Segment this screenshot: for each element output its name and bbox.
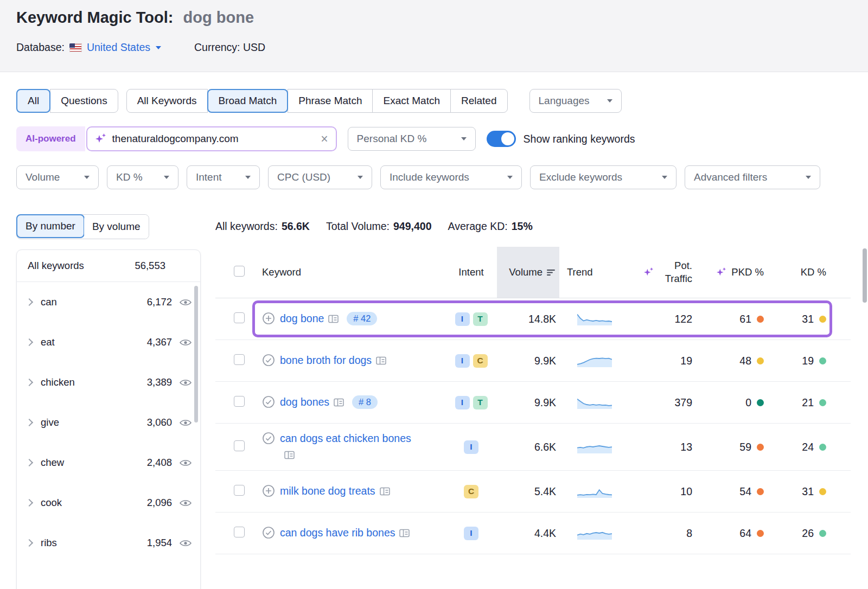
keyword-group-ribs[interactable]: ribs1,954 [17,523,200,563]
select-all-checkbox[interactable] [234,266,245,277]
pot-traffic-value: 122 [630,313,709,325]
tab-phrase-match[interactable]: Phrase Match [288,89,373,113]
pot-traffic-value: 379 [630,396,709,409]
keyword-group-can[interactable]: can6,172 [17,282,200,322]
keyword-link[interactable]: can dogs have rib bones [280,527,395,539]
eye-icon[interactable] [180,499,193,507]
keyword-link[interactable]: dog bones [280,396,329,408]
chevron-right-icon[interactable] [25,459,33,466]
row-checkbox[interactable] [234,527,245,537]
trend-sparkline [559,312,630,325]
keyword-group-chew[interactable]: chew2,408 [17,443,200,483]
eye-icon[interactable] [180,379,193,387]
chevron-down-icon [84,176,90,179]
serp-rank-badge[interactable]: # 8 [352,395,378,409]
col-pot-traffic[interactable]: Pot. Traffic [630,259,709,285]
filter-include-keywords[interactable]: Include keywords [380,165,522,189]
row-checkbox[interactable] [234,312,245,323]
keyword-link[interactable]: dog bone [280,312,324,324]
seg-by-number[interactable]: By number [16,214,85,238]
serp-features-icon[interactable] [328,311,339,328]
add-to-list-icon[interactable] [262,484,275,497]
clear-input-icon[interactable]: × [321,133,328,145]
eye-icon[interactable] [180,539,193,547]
check-circle-icon[interactable] [262,395,275,408]
tab-questions[interactable]: Questions [50,89,118,113]
add-to-list-icon[interactable] [262,312,275,325]
pkd-dot [757,530,764,537]
filter-volume[interactable]: Volume [16,165,99,189]
keyword-group-eat[interactable]: eat4,367 [17,322,200,362]
database-selector[interactable]: United States [87,41,161,54]
check-circle-icon[interactable] [262,354,275,367]
chevron-right-icon[interactable] [25,419,33,426]
serp-features-icon[interactable] [284,447,295,464]
eye-icon[interactable] [180,298,193,306]
page-scrollbar[interactable] [863,248,867,303]
col-pkd[interactable]: PKD % [709,266,775,278]
personal-kd-dropdown[interactable]: Personal KD % [348,127,476,151]
col-keyword[interactable]: Keyword [250,266,445,278]
keyword-group-cook[interactable]: cook2,096 [17,483,200,523]
serp-rank-badge[interactable]: # 42 [347,312,377,325]
tab-related[interactable]: Related [450,89,508,113]
chevron-right-icon[interactable] [25,338,33,346]
keywords-table: Keyword Intent Volume Trend Pot. Traffic [215,247,851,554]
search-input-value: thenaturaldogcompany.com [112,133,321,145]
check-circle-icon[interactable] [262,432,275,445]
keyword-link[interactable]: can dogs eat chicken bones [280,432,411,444]
intent-badge-t: T [473,396,488,409]
keyword-groups-sidebar: By numberBy volume All keywords 56,553 c… [16,214,201,239]
serp-features-icon[interactable] [380,484,391,500]
row-checkbox[interactable] [234,354,245,365]
check-circle-icon[interactable] [262,526,275,539]
keyword-group-chicken[interactable]: chicken3,389 [17,362,200,402]
keyword-group-give[interactable]: give3,060 [17,402,200,443]
keyword-link[interactable]: milk bone dog treats [280,485,375,497]
search-row: AI-powered thenaturaldogcompany.com × Pe… [16,126,635,151]
filter-advanced-filters[interactable]: Advanced filters [685,165,820,189]
sidebar-scrollbar[interactable] [194,286,198,422]
seg-by-volume[interactable]: By volume [84,215,149,239]
tab-exact-match[interactable]: Exact Match [372,89,451,113]
chevron-right-icon[interactable] [25,499,33,507]
chevron-right-icon[interactable] [25,379,33,386]
chevron-right-icon[interactable] [25,539,33,547]
group-count: 1,954 [147,537,172,549]
keyword-link[interactable]: bone broth for dogs [280,354,372,366]
col-trend[interactable]: Trend [559,266,630,278]
domain-search-input[interactable]: thenaturaldogcompany.com × [86,126,337,151]
tab-all[interactable]: All [16,89,50,113]
group-count: 6,172 [147,296,172,308]
eye-icon[interactable] [180,338,193,347]
group-count: 2,096 [147,497,172,509]
col-kd[interactable]: KD % [775,266,851,278]
chevron-down-icon [607,99,612,103]
chevron-right-icon[interactable] [25,298,33,306]
all-keywords-row[interactable]: All keywords 56,553 [17,250,200,282]
row-checkbox[interactable] [234,440,245,451]
tab-broad-match[interactable]: Broad Match [207,89,289,113]
group-label: chew [41,457,147,469]
row-checkbox[interactable] [234,485,245,496]
languages-dropdown[interactable]: Languages [529,89,622,113]
eye-icon[interactable] [180,459,193,467]
row-checkbox[interactable] [234,396,245,407]
trend-sparkline [559,354,630,367]
show-ranking-toggle[interactable] [487,131,516,147]
serp-features-icon[interactable] [376,353,387,369]
serp-features-icon[interactable] [399,526,410,542]
col-intent[interactable]: Intent [445,266,497,278]
trend-sparkline [559,440,630,453]
filter-exclude-keywords[interactable]: Exclude keywords [530,165,676,189]
filter-kd[interactable]: KD % [107,165,178,189]
col-volume[interactable]: Volume [497,247,559,298]
filter-intent[interactable]: Intent [187,165,260,189]
keyword-row-dog-bone: dog bone# 42IT14.8K1226131 [215,298,851,340]
eye-icon[interactable] [180,419,193,427]
tab-all-keywords[interactable]: All Keywords [126,89,208,113]
filter-cpc-usd[interactable]: CPC (USD) [268,165,372,189]
serp-features-icon[interactable] [334,395,344,411]
sparkle-icon [716,267,727,277]
database-value: United States [87,41,150,54]
